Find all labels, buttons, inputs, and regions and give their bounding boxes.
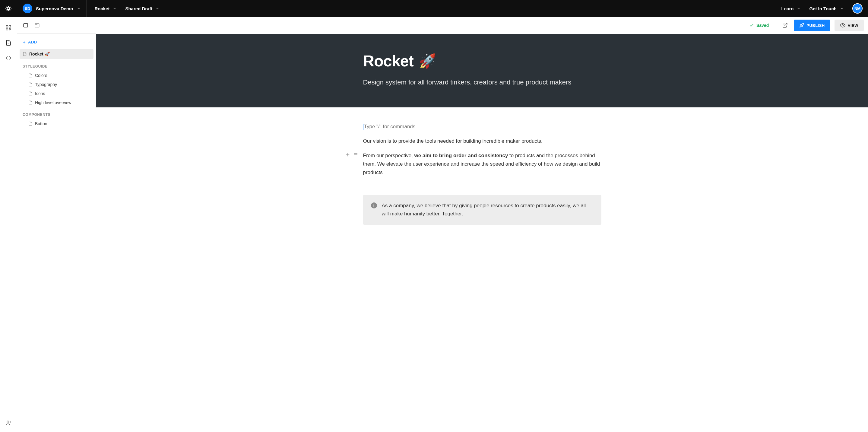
rail-invite[interactable] — [2, 417, 14, 429]
learn-menu[interactable]: Learn — [781, 6, 801, 11]
page-title-text: Rocket — [363, 52, 413, 70]
svg-point-1 — [6, 7, 11, 9]
add-label: ADD — [28, 40, 37, 44]
nav-rail — [0, 17, 17, 432]
contact-label: Get In Touch — [809, 6, 837, 11]
open-external-button[interactable] — [780, 21, 789, 30]
sidebar-item-icons[interactable]: Icons — [22, 89, 93, 98]
sidebar-item-typography[interactable]: Typography — [22, 80, 93, 89]
editor-block-empty[interactable] — [363, 122, 601, 131]
breadcrumb-rocket[interactable]: Rocket — [94, 6, 117, 11]
breadcrumb-label: Rocket — [94, 6, 110, 11]
text-bold: we aim to bring order and consistency — [414, 153, 508, 158]
chevron-down-icon — [113, 6, 117, 10]
chevron-down-icon — [155, 6, 159, 10]
main: Saved PUBLISH VIEW — [96, 17, 868, 432]
page-icon — [28, 100, 33, 105]
get-in-touch-menu[interactable]: Get In Touch — [809, 6, 844, 11]
info-icon: i — [371, 203, 377, 209]
breadcrumb-shared-draft[interactable]: Shared Draft — [125, 6, 159, 11]
sidebar-item-label: Button — [35, 121, 47, 126]
sidebar-item-label: Typography — [35, 82, 57, 87]
workspace-avatar: SD — [23, 4, 32, 13]
view-button[interactable]: VIEW — [835, 20, 864, 31]
editor-block-paragraph[interactable]: From our perspective, we aim to bring or… — [363, 151, 601, 177]
new-tab-button[interactable] — [33, 22, 41, 29]
text-span: From our perspective, — [363, 153, 414, 158]
app-logo[interactable] — [0, 0, 17, 17]
sidebar-page-rocket[interactable]: Rocket 🚀 — [20, 49, 93, 59]
workspace-switcher[interactable]: SD Supernova Demo — [17, 0, 87, 17]
breadcrumb: Rocket Shared Draft — [87, 6, 167, 11]
svg-line-19 — [785, 23, 787, 26]
sidebar-page-label: Rocket 🚀 — [29, 52, 50, 56]
breadcrumb-label: Shared Draft — [125, 6, 152, 11]
page-title[interactable]: Rocket 🚀 — [363, 52, 601, 70]
command-input[interactable] — [363, 124, 601, 130]
workspace-name: Supernova Demo — [36, 6, 73, 11]
user-avatar[interactable]: NM — [852, 3, 863, 13]
add-page-button[interactable]: ADD — [20, 38, 93, 46]
learn-label: Learn — [781, 6, 794, 11]
publish-button[interactable]: PUBLISH — [794, 20, 830, 31]
svg-rect-12 — [24, 24, 28, 27]
check-icon — [749, 23, 754, 28]
sidebar-section-components: COMPONENTS — [20, 107, 93, 119]
saved-status: Saved — [749, 23, 769, 28]
eye-icon — [840, 23, 845, 28]
svg-rect-6 — [6, 28, 8, 30]
sidebar-item-label: Icons — [35, 91, 45, 96]
svg-rect-5 — [9, 26, 11, 27]
sidebar-item-label: Colors — [35, 73, 47, 78]
toggle-sidebar-button[interactable] — [22, 22, 29, 29]
svg-point-9 — [7, 421, 9, 423]
sidebar: ADD Rocket 🚀 STYLEGUIDE Colors Typograph… — [17, 17, 96, 432]
rail-documentation[interactable] — [2, 37, 14, 49]
plus-icon — [22, 40, 26, 44]
publish-label: PUBLISH — [806, 23, 825, 28]
callout-block[interactable]: i As a company, we believe that by givin… — [363, 195, 601, 224]
page-icon — [28, 91, 33, 96]
sidebar-section-styleguide: STYLEGUIDE — [20, 59, 93, 71]
drag-handle-icon[interactable] — [353, 152, 358, 157]
chevron-down-icon — [840, 6, 844, 10]
page-icon — [28, 82, 33, 87]
callout-text: As a company, we believe that by giving … — [382, 202, 593, 218]
sidebar-item-label: High level overview — [35, 100, 71, 105]
svg-point-20 — [842, 25, 843, 26]
divider — [776, 21, 776, 30]
rail-code[interactable] — [2, 52, 14, 64]
page-title-emoji: 🚀 — [419, 53, 436, 69]
editor-block-paragraph[interactable]: Our vision is to provide the tools neede… — [363, 137, 601, 146]
chevron-down-icon — [797, 6, 801, 10]
page-icon — [28, 73, 33, 78]
view-label: VIEW — [848, 23, 858, 28]
topbar: SD Supernova Demo Rocket Shared Draft Le… — [0, 0, 868, 17]
rail-design-system[interactable] — [2, 22, 14, 34]
document-canvas: Rocket 🚀 Design system for all forward t… — [96, 34, 868, 432]
page-icon — [23, 52, 27, 56]
sidebar-item-colors[interactable]: Colors — [22, 71, 93, 80]
chevron-down-icon — [76, 6, 81, 10]
page-icon — [28, 122, 33, 126]
sidebar-item-high-level-overview[interactable]: High level overview — [22, 98, 93, 107]
main-toolbar: Saved PUBLISH VIEW — [96, 17, 868, 34]
page-subtitle[interactable]: Design system for all forward tinkers, c… — [363, 79, 601, 86]
sidebar-item-button[interactable]: Button — [22, 119, 93, 128]
rocket-icon — [799, 23, 804, 28]
saved-label: Saved — [756, 23, 769, 28]
page-hero: Rocket 🚀 Design system for all forward t… — [96, 34, 868, 107]
svg-rect-4 — [6, 26, 8, 27]
add-block-icon[interactable] — [345, 152, 350, 157]
